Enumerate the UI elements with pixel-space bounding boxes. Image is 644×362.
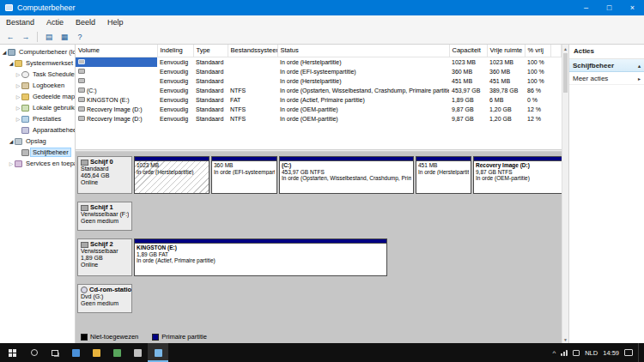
tree-item-prestaties[interactable]: ▷Prestaties: [0, 113, 75, 124]
titlebar[interactable]: Computerbeheer – □ ×: [0, 0, 644, 15]
tree-item-logboeken[interactable]: ▷Logboeken: [0, 80, 75, 91]
volume-cell: 1,89 GB: [449, 95, 487, 105]
disk-info-cd-rom-station-0[interactable]: Cd-rom-station 0Dvd (G:)Geen medium: [77, 284, 132, 313]
tree-item-services-en-toepassingen[interactable]: ▷Services en toepassingen: [0, 158, 75, 169]
tree-item-lokale-gebruikers-en-groepen[interactable]: ▷Lokale gebruikers en groepen: [0, 102, 75, 113]
more-actions-item[interactable]: Meer acties ▸: [569, 72, 644, 85]
volume-cell: 360 MB: [449, 67, 487, 76]
back-button[interactable]: ←: [3, 31, 17, 43]
volume-row[interactable]: Recovery Image (D:)EenvoudigStandaardNTF…: [76, 105, 562, 114]
expander-icon[interactable]: ▷: [8, 160, 15, 166]
disk-info-schijf-1[interactable]: Schijf 1Verwisselbaar (F:)Geen medium: [77, 202, 132, 231]
expander-icon[interactable]: ◢: [8, 60, 15, 66]
maximize-button[interactable]: □: [598, 0, 621, 15]
scroll-thumb[interactable]: [563, 53, 568, 93]
disk-info-schijf-2[interactable]: Schijf 2Verwisselbaar1,89 GBOnline: [77, 238, 132, 276]
expander-icon[interactable]: ▷: [15, 71, 21, 77]
app-4-taskbar-button[interactable]: [127, 343, 148, 362]
forward-button[interactable]: →: [19, 31, 33, 43]
volume-icon[interactable]: [573, 350, 580, 356]
tree-item-gedeelde-mappen[interactable]: ▷Gedeelde mappen: [0, 91, 75, 102]
volume-row[interactable]: EenvoudigStandaardIn orde (EFI-systeempa…: [76, 67, 562, 76]
scroll-up-icon[interactable]: ▲: [562, 45, 568, 52]
properties-button[interactable]: ▦: [58, 31, 71, 43]
column-header-vrije-ruimte[interactable]: Vrije ruimte: [487, 45, 525, 57]
minimize-button[interactable]: –: [574, 0, 598, 15]
partition-360-mb[interactable]: 360 MBIn orde (EFI-systeempartitie): [211, 156, 277, 194]
close-button[interactable]: ×: [621, 0, 644, 15]
volume-cell: In orde (Opstarten, Wisselbestand, Crash…: [277, 86, 449, 95]
partition-line: (C:): [282, 162, 411, 169]
show-desktop-button[interactable]: [638, 343, 641, 362]
app-2-taskbar-button[interactable]: [86, 343, 106, 362]
column-header-capaciteit[interactable]: Capaciteit: [449, 45, 487, 57]
column-header-vrij[interactable]: % vrij: [525, 45, 550, 57]
task-view-taskbar-button[interactable]: [45, 343, 65, 362]
legend-niet-toegewezen: Niet-toegewezen: [81, 333, 138, 341]
tree-item-label: Task Scheduler: [31, 70, 75, 78]
help-button[interactable]: ?: [73, 31, 87, 43]
expander-icon[interactable]: ▷: [15, 82, 21, 88]
language-indicator[interactable]: NLD: [585, 349, 598, 357]
tree-item-computerbeheer-lokaal[interactable]: ◢Computerbeheer (lokaal): [0, 46, 75, 57]
search-taskbar-button[interactable]: [24, 343, 45, 362]
partition-c[interactable]: (C:)453,97 GB NTFSIn orde (Opstarten, Wi…: [279, 156, 414, 194]
app-1-taskbar-button[interactable]: [65, 343, 86, 362]
expander-icon[interactable]: ▷: [15, 116, 21, 122]
volume-cell: Eenvoudig: [157, 105, 193, 114]
chevron-right-icon: ▸: [638, 75, 641, 81]
expander-icon[interactable]: ▷: [15, 94, 21, 100]
partition-451-mb[interactable]: 451 MBIn orde (Herstelpartitie): [416, 156, 471, 194]
clock[interactable]: 14:59: [603, 349, 619, 357]
partition-recovery-image-d[interactable]: Recovery Image (D:)9,87 GB NTFSIn orde (…: [473, 156, 562, 194]
tree-item-systeemwerkset[interactable]: ◢Systeemwerkset: [0, 57, 75, 69]
menu-help[interactable]: Help: [101, 18, 130, 27]
scroll-down-icon[interactable]: ▼: [562, 335, 568, 343]
volume-row[interactable]: EenvoudigStandaardIn orde (Herstelpartit…: [76, 76, 562, 86]
action-center-icon[interactable]: [624, 349, 633, 356]
column-header-indeling[interactable]: Indeling: [157, 45, 193, 57]
console-tree-button[interactable]: ▤: [42, 31, 56, 43]
network-icon[interactable]: [561, 350, 568, 356]
partition-1023-mb[interactable]: 1023 MBIn orde (Herstelpartitie): [134, 156, 210, 194]
column-header-bestandssysteem[interactable]: Bestandssysteem: [228, 45, 277, 57]
menu-bestand[interactable]: Bestand: [0, 18, 40, 27]
partition-kingston-e[interactable]: KINGSTON (E:)1,89 GB FATIn orde (Actief,…: [134, 238, 387, 276]
app-2-icon: [93, 349, 100, 357]
tree-item-schijfbeheer[interactable]: Schijfbeheer: [0, 147, 75, 158]
disk-icon: [81, 160, 88, 166]
column-header-volume[interactable]: Volume: [76, 45, 157, 57]
computer-management-taskbar-button[interactable]: [148, 343, 168, 362]
tree-item-opslag[interactable]: ◢Opslag: [0, 136, 75, 147]
tree-item-apparaatbeheer[interactable]: Apparaatbeheer: [0, 124, 75, 136]
expander-icon[interactable]: ◢: [1, 49, 8, 55]
volume-cell: [228, 57, 277, 67]
collapse-icon[interactable]: ▴: [638, 63, 641, 69]
task-view-icon: [52, 350, 58, 356]
start-button[interactable]: [0, 343, 24, 362]
tree-item-label: Computerbeheer (lokaal): [17, 48, 75, 56]
volume-cell: Standaard: [193, 67, 228, 76]
disk-info-schijf-0[interactable]: Schijf 0Standaard465,64 GBOnline: [77, 156, 132, 194]
app-3-taskbar-button[interactable]: [106, 343, 127, 362]
column-header-type[interactable]: Type: [193, 45, 228, 57]
column-header-status[interactable]: Status: [277, 45, 449, 57]
expander-icon[interactable]: ◢: [8, 138, 15, 144]
volume-row[interactable]: (C:)EenvoudigStandaardNTFSIn orde (Opsta…: [76, 86, 562, 95]
tree-item-label: Opslag: [24, 137, 48, 145]
tree-item-task-scheduler[interactable]: ▷Task Scheduler: [0, 69, 75, 80]
actions-section-schijfbeheer[interactable]: Schijfbeheer ▴: [569, 59, 644, 72]
expander-icon[interactable]: ▷: [15, 105, 21, 111]
legend-swatch-icon: [152, 334, 159, 341]
volume-cell: 1,20 GB: [487, 105, 525, 114]
tree-item-label: Services en toepassingen: [24, 160, 75, 167]
cdrom-icon: [81, 287, 88, 293]
volume-row[interactable]: KINGSTON (E:)EenvoudigStandaardFATIn ord…: [76, 95, 562, 105]
hidden-icons-chevron[interactable]: ^: [552, 349, 556, 357]
vertical-scrollbar[interactable]: ▲ ▼: [562, 45, 568, 343]
volume-row[interactable]: Recovery Image (D:)EenvoudigStandaardNTF…: [76, 114, 562, 124]
menu-beeld[interactable]: Beeld: [70, 18, 101, 27]
volume-row[interactable]: EenvoudigStandaardIn orde (Herstelpartit…: [76, 57, 562, 67]
menu-actie[interactable]: Actie: [40, 18, 70, 27]
volume-cell: Eenvoudig: [157, 114, 193, 124]
